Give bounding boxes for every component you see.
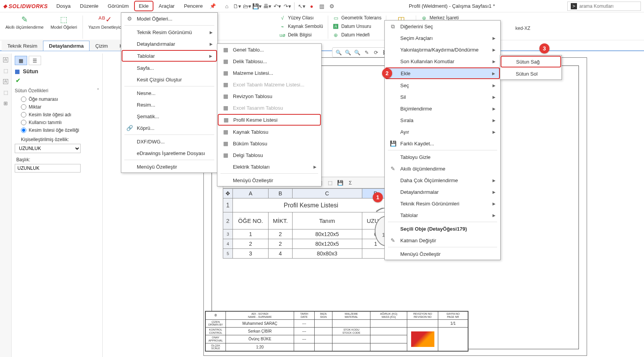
menu-item[interactable]: Biçimlendirme▶ xyxy=(385,103,500,114)
lp-tab-2[interactable]: ☰ xyxy=(29,56,41,65)
ok-icon[interactable]: ✔ xyxy=(15,77,99,84)
print-icon[interactable]: 🖶▾ xyxy=(262,2,272,11)
menu-item[interactable]: Elektrik Tabloları▶ xyxy=(217,161,321,172)
tt-save-icon[interactable]: 💾 xyxy=(336,179,344,186)
rb-datum-target[interactable]: ⊕Datum Hedefi xyxy=(331,31,383,39)
hdr-mikt[interactable]: MİKT. xyxy=(269,212,292,229)
new-icon[interactable]: 🗋▾ xyxy=(232,2,241,11)
sb-icon-2[interactable]: ⬚ xyxy=(2,67,10,74)
menu-item[interactable]: Tablolar▶ xyxy=(122,50,217,62)
select-icon[interactable]: ↖▾ xyxy=(297,2,306,11)
menu-item[interactable]: 💾Farklı Kaydet... xyxy=(385,138,500,149)
sb-icon-4[interactable]: ⬚ xyxy=(2,88,10,96)
menu-item[interactable]: Menüyü Özelleştir xyxy=(121,161,217,172)
menu-item[interactable]: Yakınlaştırma/Kaydırma/Döndürme▶ xyxy=(385,44,500,55)
menu-item[interactable]: Seçili Obje (DetayÖğesi179) xyxy=(385,223,500,235)
tab-detaylandirma[interactable]: Detaylandırma xyxy=(43,41,90,51)
menu-araclar[interactable]: Araçlar xyxy=(155,2,179,10)
menu-item[interactable]: Menüyü Özelleştir xyxy=(217,174,321,186)
menu-item[interactable]: Sayfa... xyxy=(121,62,217,74)
settings-icon[interactable]: ⚙ xyxy=(327,2,336,11)
menu-item[interactable]: ✎Akıllı ölçümlendirme xyxy=(385,163,500,174)
col-b[interactable]: B xyxy=(269,189,292,198)
rb-smart-dimension[interactable]: ✎Akıllı ölçümlendirme xyxy=(3,14,46,30)
tab-cizim[interactable]: Çizim xyxy=(90,41,114,51)
menu-item[interactable]: Ekle▶ xyxy=(385,67,500,79)
rb-gtol[interactable]: ▭Geometrik Tolerans xyxy=(331,14,383,22)
menu-item[interactable]: Son Kullanılan Komutlar▶ xyxy=(385,55,500,67)
menu-item[interactable]: ▦Kaynak Tablosu xyxy=(217,126,321,138)
col-a[interactable]: A xyxy=(233,189,269,198)
zoom-fit-icon[interactable]: 🔍 xyxy=(335,48,343,56)
menu-item[interactable]: Teknik Resim Görünümü▶ xyxy=(121,26,217,38)
undo-icon[interactable]: ↶▾ xyxy=(272,2,282,11)
save-icon[interactable]: 💾▾ xyxy=(252,2,262,11)
open-icon[interactable]: 🗁▾ xyxy=(242,2,251,11)
menu-item[interactable]: Detaylandırmalar▶ xyxy=(385,186,500,198)
home-icon[interactable]: ⌂ xyxy=(222,2,231,11)
pin-icon[interactable]: 📌 xyxy=(210,3,216,9)
menu-item[interactable]: ⚙Model Öğeleri... xyxy=(121,13,217,24)
menu-item[interactable]: Detaylandırmalar▶ xyxy=(121,38,217,50)
menu-item[interactable]: Seç▶ xyxy=(385,79,500,91)
refresh-icon[interactable]: ⟳ xyxy=(372,48,380,56)
rb-model-items[interactable]: ⬚Model Öğeleri xyxy=(48,14,79,30)
sb-icon-5[interactable]: ⊞ xyxy=(2,99,10,107)
menu-item[interactable]: ▦Büküm Tablosu xyxy=(217,138,321,149)
menu-duzenle[interactable]: Düzenle xyxy=(76,2,102,10)
hdr-oge-no[interactable]: ÖĞE NO. xyxy=(233,212,269,229)
rb-weld-symbol[interactable]: ⌁Kaynak Sembolü xyxy=(278,22,325,30)
menu-item[interactable]: Teknik Resim Görünümleri▶ xyxy=(385,198,500,209)
menu-item[interactable]: ▦Delgi Tablosu xyxy=(217,149,321,161)
menu-item[interactable]: Sırala▶ xyxy=(385,114,500,126)
tab-teknik-resim[interactable]: Teknik Resim xyxy=(2,41,43,51)
radio-kesim-listesi-oge[interactable]: Kesim listesi öğe özelliği xyxy=(21,128,99,133)
cut-list-table[interactable]: ✥ A B C D 1Profil Kesme Listesi 2 ÖĞE NO… xyxy=(223,188,389,259)
search-input[interactable] xyxy=(579,3,637,9)
menu-item[interactable]: Ayır▶ xyxy=(385,126,500,138)
radio-kullanici[interactable]: Kullanıcı tanımlı xyxy=(21,120,99,125)
menu-pencere[interactable]: Pencere xyxy=(180,2,207,10)
menu-item[interactable]: ✎Katman Değiştir xyxy=(385,235,500,246)
radio-oge-no[interactable]: Öğe numarası xyxy=(21,97,99,102)
tt-layer2-icon[interactable]: ⬚ xyxy=(326,179,334,186)
hdr-tanim[interactable]: Tanım xyxy=(292,212,362,229)
tt-sum-icon[interactable]: Σ xyxy=(346,179,354,186)
menu-item[interactable]: eDrawings İşaretleme Dosyası xyxy=(121,147,217,159)
menu-dosya[interactable]: Dosya xyxy=(52,2,74,10)
table-title[interactable]: Profil Kesme Listesi xyxy=(233,198,389,212)
menu-item[interactable]: DXF/DWG... xyxy=(121,136,217,147)
rb-spell[interactable]: ᴬᴮ✓Yazım Denetleyici xyxy=(86,14,124,30)
menu-item[interactable]: Sil▶ xyxy=(385,91,500,103)
table-corner[interactable]: ✥ xyxy=(223,189,233,198)
menu-item[interactable]: Tabloyu Gizle xyxy=(385,151,500,163)
radio-miktar[interactable]: Miktar xyxy=(21,104,99,110)
rb-hole-callout[interactable]: uøDelik Bilgisi xyxy=(278,31,325,39)
menu-item[interactable]: Menüyü Özelleştir xyxy=(385,248,500,260)
sb-icon-3[interactable]: 🄰 xyxy=(2,78,10,85)
redo-icon[interactable]: ↷▾ xyxy=(282,2,292,11)
menu-item[interactable]: ▦Malzeme Listesi... xyxy=(217,67,321,79)
menu-item[interactable]: Sütun Sol xyxy=(500,68,561,79)
menu-item[interactable]: Sütun Sağ xyxy=(501,56,561,67)
rb-surface-finish[interactable]: √Yüzey Cilası xyxy=(278,14,325,22)
tool-icon[interactable]: ✎ xyxy=(363,48,370,56)
menu-item[interactable]: ▦Profil Kesme Listesi xyxy=(218,114,321,126)
baslik-input[interactable] xyxy=(15,164,81,172)
menu-item[interactable]: ▦Genel Tablo... xyxy=(217,44,321,55)
property-select[interactable]: UZUNLUK xyxy=(15,144,81,153)
rb-datum-feature[interactable]: 🅰Datum Unsuru xyxy=(331,22,383,30)
lp-tab-1[interactable]: ▦ xyxy=(15,56,27,65)
col-c[interactable]: C xyxy=(292,189,362,198)
options-icon[interactable]: ▥ xyxy=(317,2,326,11)
search-box[interactable]: ≻ xyxy=(567,2,641,11)
menu-item[interactable]: 🔗Köprü... xyxy=(121,122,217,134)
zoom-area-icon[interactable]: 🔍 xyxy=(344,48,352,56)
menu-gorunum[interactable]: Görünüm xyxy=(104,2,133,10)
menu-item[interactable]: ⧉Diğerlerini Seç xyxy=(385,21,500,32)
menu-item[interactable]: Daha Çok Ölçümlendirme▶ xyxy=(385,174,500,186)
menu-ekle[interactable]: Ekle xyxy=(134,1,153,11)
menu-item[interactable]: Seçim Araçları▶ xyxy=(385,32,500,44)
menu-item[interactable]: Şematik... xyxy=(121,110,217,122)
rebuild-icon[interactable]: ● xyxy=(307,2,316,11)
